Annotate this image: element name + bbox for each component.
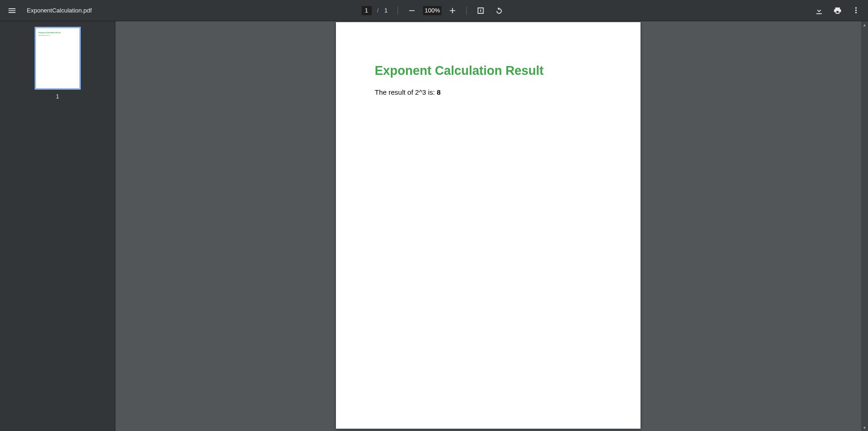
document-title: Exponent Calculation Result [375,64,602,78]
page-number-input[interactable] [361,6,371,15]
scrollbar[interactable]: ▴ ▾ [861,21,868,431]
divider [467,6,467,15]
download-icon [814,6,824,15]
page-total: 1 [384,7,391,14]
minus-icon [407,6,417,15]
scroll-down-arrow[interactable]: ▾ [861,424,868,431]
rotate-button[interactable] [492,3,507,18]
fit-page-icon [476,6,485,15]
thumbnail-page: Exponent Calculation Result The result o… [35,27,81,90]
plus-icon [448,6,457,15]
zoom-out-button[interactable] [405,3,419,18]
download-button[interactable] [812,3,826,18]
toolbar-right [812,3,863,18]
thumbnail-mini-title: Exponent Calculation Result [39,32,77,34]
print-icon [833,6,842,15]
menu-icon [7,6,17,15]
body-value: 8 [437,88,441,96]
thumbnail-number: 1 [56,93,59,100]
pdf-page: Exponent Calculation Result The result o… [336,22,641,429]
toolbar: ExponentCalculation.pdf / 1 [0,0,868,21]
rotate-icon [495,6,504,15]
document-body: The result of 2^3 is: 8 [375,88,602,96]
zoom-input[interactable] [423,6,442,15]
divider [398,6,398,15]
toolbar-center: / 1 [361,3,507,18]
body-prefix: The result of 2^3 is: [375,88,437,96]
more-button[interactable] [849,3,863,18]
thumbnail-item[interactable]: Exponent Calculation Result The result o… [35,27,81,100]
scroll-up-arrow[interactable]: ▴ [861,21,868,28]
more-vert-icon [851,6,861,15]
thumbnail-sidebar: Exponent Calculation Result The result o… [0,21,115,431]
print-button[interactable] [830,3,845,18]
page-viewer[interactable]: Exponent Calculation Result The result o… [115,21,861,431]
filename-label: ExponentCalculation.pdf [27,7,92,14]
menu-button[interactable] [5,3,19,18]
fit-page-button[interactable] [473,3,488,18]
toolbar-left: ExponentCalculation.pdf [5,3,92,18]
zoom-in-button[interactable] [445,3,460,18]
thumbnail-mini-line: The result of 2^3 is: 8 [39,35,77,36]
page-separator: / [375,7,381,14]
main-area: Exponent Calculation Result The result o… [0,21,868,431]
